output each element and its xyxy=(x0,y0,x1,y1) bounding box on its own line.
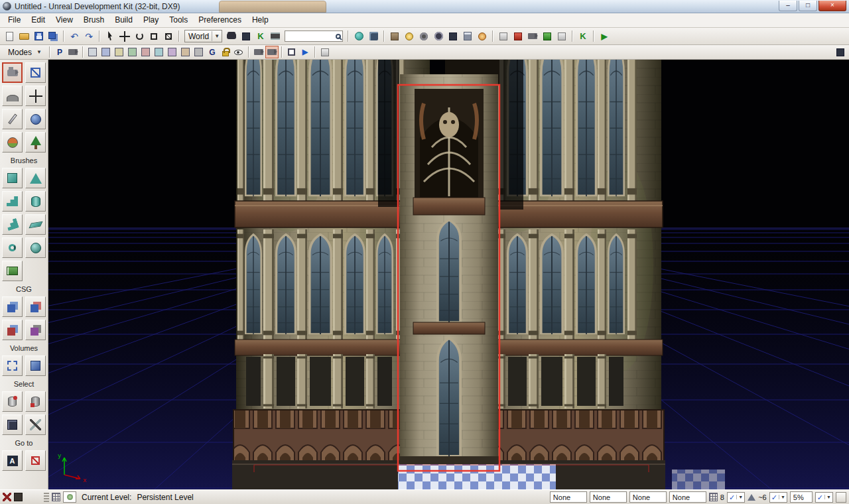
select-none-button[interactable] xyxy=(2,414,23,435)
goto-builder-brush-button[interactable] xyxy=(25,450,46,471)
camera-mode-button[interactable] xyxy=(2,62,23,83)
csg-add-button[interactable] xyxy=(2,296,23,317)
title-bar[interactable]: Untitled - Unreal Development Kit (32-bi… xyxy=(0,0,849,13)
lock-selected-to-camera-button[interactable] xyxy=(265,46,279,58)
angle-snap-toggle[interactable]: ✓ ▼ xyxy=(769,492,787,503)
build-all-button[interactable] xyxy=(446,29,460,44)
fullscreen-button[interactable] xyxy=(239,29,253,44)
menu-view[interactable]: View xyxy=(50,13,78,27)
kismet-debugger-button[interactable]: K xyxy=(576,29,590,44)
landscape-mode-button[interactable] xyxy=(2,132,23,153)
game-view-button[interactable]: G xyxy=(206,46,219,58)
volumetric-brush-button[interactable] xyxy=(2,261,23,281)
cone-brush-button[interactable] xyxy=(25,168,46,188)
status-prop-2[interactable]: None xyxy=(590,491,627,503)
new-file-button[interactable] xyxy=(2,29,17,44)
build-cover-nodes-button[interactable] xyxy=(431,29,446,44)
matinee-button[interactable] xyxy=(268,29,283,44)
show-flags-button[interactable] xyxy=(232,46,245,58)
viewmode-lit-button[interactable] xyxy=(126,46,139,58)
save-button[interactable] xyxy=(31,29,46,44)
camera-speed-button[interactable] xyxy=(66,46,80,58)
scale-tool-button[interactable] xyxy=(147,29,161,44)
menu-file[interactable]: File xyxy=(3,13,26,27)
menu-help[interactable]: Help xyxy=(247,13,274,27)
build-paths-button[interactable] xyxy=(417,29,431,44)
static-mesh-mode-button[interactable] xyxy=(25,109,46,129)
viewmode-lighting-only-button[interactable] xyxy=(153,46,166,58)
add-volume-button[interactable] xyxy=(2,355,23,376)
spiral-stairs-brush-button[interactable] xyxy=(2,237,23,258)
open-file-button[interactable] xyxy=(17,29,31,44)
redo-button[interactable]: ↷ xyxy=(82,29,96,44)
search-actors-button[interactable] xyxy=(224,29,239,44)
play-in-editor-button[interactable]: ▶ xyxy=(597,29,612,44)
toolbar-overflow-button[interactable] xyxy=(834,46,847,58)
sheet-brush-button[interactable] xyxy=(25,214,46,235)
status-tool-icon-1[interactable] xyxy=(3,493,11,501)
viewmode-wireframe-button[interactable] xyxy=(86,46,99,58)
build-lighting-button[interactable] xyxy=(402,29,417,44)
save-all-button[interactable] xyxy=(46,29,60,44)
coordinate-system-dropdown[interactable]: World ▼ xyxy=(184,30,222,42)
status-prop-1[interactable]: None xyxy=(550,491,587,503)
viewmode-unlit-button[interactable] xyxy=(113,46,126,58)
translate-tool-button[interactable] xyxy=(117,29,132,44)
viewmode-texture-density-button[interactable] xyxy=(179,46,192,58)
stairs-brush-button[interactable] xyxy=(2,191,23,212)
status-tool-icon-2[interactable] xyxy=(14,493,23,501)
csg-deintersect-button[interactable] xyxy=(25,320,46,340)
scale-snap-toggle[interactable]: ✓ ▼ xyxy=(815,492,833,503)
lighting-quality-button[interactable] xyxy=(460,29,475,44)
menu-play[interactable]: Play xyxy=(138,13,164,27)
terrain-mode-button[interactable] xyxy=(2,86,23,106)
menu-build[interactable]: Build xyxy=(109,13,138,27)
geometry-mode-button[interactable] xyxy=(25,62,46,83)
status-grid-icon[interactable] xyxy=(52,493,60,501)
mobile-previewer-button[interactable] xyxy=(540,29,555,44)
perspective-viewport-button[interactable]: P xyxy=(53,46,66,58)
select-tool-button[interactable] xyxy=(103,29,117,44)
viewport-options-button[interactable] xyxy=(318,46,332,58)
play-settings-button[interactable] xyxy=(555,29,569,44)
blocking-volume-button[interactable] xyxy=(25,355,46,376)
gothic-tower-model[interactable] xyxy=(232,60,725,489)
sphere-brush-button[interactable] xyxy=(25,237,46,258)
autosave-button[interactable] xyxy=(475,29,490,44)
perspective-viewport[interactable]: y x xyxy=(48,60,849,489)
kismet-button[interactable]: K xyxy=(253,29,268,44)
status-end-box[interactable] xyxy=(836,492,846,503)
toolbar-search-box[interactable] xyxy=(285,31,343,42)
status-prop-3[interactable]: None xyxy=(629,491,667,503)
curved-stairs-brush-button[interactable] xyxy=(2,214,23,235)
texture-alignment-mode-button[interactable] xyxy=(25,86,46,106)
minimize-button[interactable]: – xyxy=(779,1,797,11)
select-matching-button[interactable] xyxy=(2,391,23,412)
menu-edit[interactable]: Edit xyxy=(26,13,50,27)
modes-dropdown[interactable]: Modes ▼ xyxy=(4,46,44,58)
build-geometry-button[interactable] xyxy=(387,29,402,44)
goto-actor-button[interactable]: A xyxy=(2,450,23,471)
actor-classes-button[interactable] xyxy=(366,29,381,44)
viewmode-detail-lighting-button[interactable] xyxy=(139,46,153,58)
search-input[interactable] xyxy=(287,32,336,40)
maximize-viewport-button[interactable] xyxy=(285,46,298,58)
viewmode-shader-complexity-button[interactable] xyxy=(192,46,206,58)
foliage-mode-button[interactable] xyxy=(25,132,46,153)
undo-button[interactable]: ↶ xyxy=(67,29,82,44)
grid-snap-toggle[interactable]: ✓ ▼ xyxy=(727,492,745,503)
viewmode-brushwire-button[interactable] xyxy=(99,46,113,58)
status-prop-4[interactable]: None xyxy=(669,491,706,503)
menu-preferences[interactable]: Preferences xyxy=(193,13,247,27)
menu-brush[interactable]: Brush xyxy=(78,13,109,27)
close-button[interactable]: × xyxy=(818,1,846,11)
cylinder-brush-button[interactable] xyxy=(25,191,46,212)
zoom-level-field[interactable]: 5% xyxy=(790,491,813,503)
camera-preview-button[interactable] xyxy=(525,29,540,44)
csg-subtract-button[interactable] xyxy=(25,296,46,317)
geometry-edit-mode-button[interactable] xyxy=(2,109,23,129)
cube-brush-button[interactable] xyxy=(2,168,23,188)
select-all-button[interactable] xyxy=(25,391,46,412)
lock-viewport-button[interactable] xyxy=(219,46,232,58)
menu-tools[interactable]: Tools xyxy=(164,13,193,27)
